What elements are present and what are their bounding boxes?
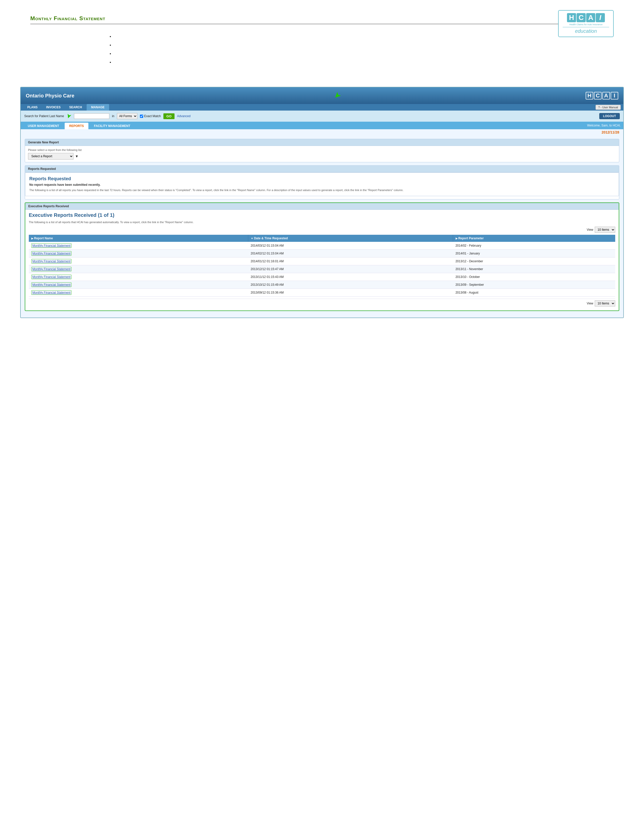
rr-description: The following is a list of all reports y…	[29, 188, 615, 192]
rr-no-requests: No report requests have been submitted r…	[29, 183, 615, 187]
report-link-2[interactable]: Monthly Financial Statement	[31, 259, 71, 264]
cell-parameter-3: 2013/11 - November	[453, 265, 615, 273]
tab-user-management[interactable]: USER MANAGEMENT	[23, 123, 64, 129]
tab-facility-management[interactable]: FACILITY MANAGEMENT	[89, 123, 135, 129]
cell-datetime-4: 2013/11/12 01:15:43 AM	[248, 273, 453, 281]
advanced-link[interactable]: Advanced	[177, 114, 190, 118]
logo-letter-a: A	[586, 13, 595, 22]
content-bullets	[106, 34, 614, 64]
green-arrow-1: ➤	[332, 90, 343, 101]
col-report-name[interactable]: Report Name	[29, 235, 248, 242]
welcome-text: Welcome, Sam, to HCAI.	[587, 124, 621, 128]
org-name: Ontario Physio Care	[26, 93, 74, 99]
cell-datetime-0: 2014/03/12 01:15:04 AM	[248, 242, 453, 250]
view-controls-top: View 10 Items 25 Items 50 Items	[29, 227, 615, 233]
bullet-1	[114, 34, 614, 39]
logo-education: education	[563, 27, 609, 34]
table-row: Monthly Financial Statement 2014/02/12 0…	[29, 250, 615, 257]
app-container: Ontario Physio Care ➤ H C A I PLANS INVO…	[20, 87, 624, 318]
logo-letter-c: C	[576, 13, 586, 22]
logout-button[interactable]: LOGOUT	[599, 113, 620, 119]
table-row: Monthly Financial Statement 2014/03/12 0…	[29, 242, 615, 250]
tab-manage[interactable]: MANAGE	[87, 104, 109, 111]
search-input[interactable]	[74, 113, 109, 119]
cell-report-name-2: Monthly Financial Statement	[29, 257, 248, 265]
bottom-view-label: View	[587, 302, 593, 305]
cell-datetime-5: 2013/10/12 01:15:49 AM	[248, 281, 453, 289]
view-select-bottom[interactable]: 10 Items 25 Items 50 Items	[595, 301, 615, 306]
reports-requested-header: Reports Requested	[25, 166, 619, 172]
report-link-0[interactable]: Monthly Financial Statement	[31, 243, 71, 248]
cell-report-name-0: Monthly Financial Statement	[29, 242, 248, 250]
current-date: 2012/11/28	[602, 130, 619, 134]
arrow-area: ➤	[74, 91, 586, 100]
cell-parameter-6: 2013/08 - August	[453, 289, 615, 297]
view-select-top[interactable]: 10 Items 25 Items 50 Items	[595, 227, 615, 233]
cell-report-name-4: Monthly Financial Statement	[29, 273, 248, 281]
col-report-parameter[interactable]: Report Parameter	[453, 235, 615, 242]
go-button[interactable]: GO	[163, 113, 174, 119]
exec-reports-header: Executive Reports Received	[25, 203, 619, 210]
manage-tabs: USER MANAGEMENT REPORTS FACILITY MANAGEM…	[21, 122, 623, 129]
view-label: View	[587, 228, 593, 232]
cell-datetime-2: 2014/01/12 01:16:01 AM	[248, 257, 453, 265]
user-manual-button[interactable]: ? - User Manual	[596, 105, 621, 110]
cell-report-name-1: Monthly Financial Statement	[29, 250, 248, 257]
exact-match-checkbox[interactable]	[140, 114, 143, 118]
cell-parameter-5: 2013/09 - September	[453, 281, 615, 289]
tab-search[interactable]: SEARCH	[65, 104, 86, 111]
tab-reports[interactable]: REPORTS	[64, 123, 89, 129]
cell-parameter-4: 2013/10 - October	[453, 273, 615, 281]
generate-report-header: Generate New Report	[25, 139, 619, 146]
cell-report-name-6: Monthly Financial Statement	[29, 289, 248, 297]
report-link-4[interactable]: Monthly Financial Statement	[31, 275, 71, 279]
bullet-4	[114, 60, 614, 64]
top-section: Monthly Financial Statement H C A I Heal…	[0, 0, 644, 82]
nav-tabs: PLANS INVOICES SEARCH MANAGE ? - User Ma…	[21, 104, 623, 111]
reports-requested-section: Reports Requested Reports Requested No r…	[25, 165, 619, 199]
report-select[interactable]: Select a Report	[28, 153, 74, 159]
logo-letter-i: I	[596, 13, 605, 22]
rr-title: Reports Requested	[29, 176, 615, 182]
app-logo-c: C	[594, 92, 602, 100]
generate-report-hint: Please select a report from the followin…	[28, 148, 616, 151]
search-bar: Search for Patient Last Name ➤ in All Fo…	[21, 111, 623, 122]
cell-datetime-1: 2014/02/12 01:15:04 AM	[248, 250, 453, 257]
table-row: Monthly Financial Statement 2013/10/12 0…	[29, 281, 615, 289]
exact-match-label: Exact Match	[140, 114, 161, 118]
generate-report-section: Generate New Report Please select a repo…	[25, 139, 619, 162]
logo-hcai: H C A I	[563, 13, 609, 22]
table-row: Monthly Financial Statement 2013/12/12 0…	[29, 265, 615, 273]
report-link-3[interactable]: Monthly Financial Statement	[31, 267, 71, 271]
cell-datetime-3: 2013/12/12 01:15:47 AM	[248, 265, 453, 273]
logo-tagline: Health Claims for Auto Insurance	[563, 23, 609, 26]
date-bar: 2012/11/28	[21, 129, 623, 135]
report-link-6[interactable]: Monthly Financial Statement	[31, 290, 71, 295]
bullet-3	[114, 51, 614, 56]
exec-reports-description: The following is a list of all reports t…	[29, 220, 615, 224]
table-header-row: Report Name Date & Time Requested Report…	[29, 235, 615, 242]
select-arrow-icon: ▼	[75, 154, 79, 158]
select-report-row: Select a Report ▼	[28, 153, 616, 159]
green-arrow-2: ➤	[65, 113, 73, 120]
tab-invoices[interactable]: INVOICES	[42, 104, 64, 111]
main-content: Generate New Report Please select a repo…	[21, 135, 623, 318]
col-date-time[interactable]: Date & Time Requested	[248, 235, 453, 242]
report-link-5[interactable]: Monthly Financial Statement	[31, 283, 71, 287]
app-logo-h: H	[586, 92, 593, 100]
title-divider	[30, 24, 614, 24]
view-controls-bottom: View 10 Items 25 Items 50 Items	[29, 299, 615, 308]
tab-plans[interactable]: PLANS	[23, 104, 42, 111]
cell-parameter-0: 2014/02 - February	[453, 242, 615, 250]
table-row: Monthly Financial Statement 2013/09/12 0…	[29, 289, 615, 297]
report-link-1[interactable]: Monthly Financial Statement	[31, 251, 71, 256]
table-row: Monthly Financial Statement 2013/11/12 0…	[29, 273, 615, 281]
executive-reports-section: Executive Reports Received Executive Rep…	[25, 203, 619, 311]
search-label: Search for Patient Last Name	[24, 114, 64, 118]
exec-reports-body: Executive Reports Received (1 of 1) The …	[25, 210, 619, 311]
search-form-select[interactable]: All Forms	[117, 113, 137, 119]
app-logo-a: A	[602, 92, 610, 100]
app-logo-i: I	[611, 92, 618, 100]
bullet-2	[114, 43, 614, 47]
reports-requested-body: Reports Requested No report requests hav…	[25, 172, 619, 196]
